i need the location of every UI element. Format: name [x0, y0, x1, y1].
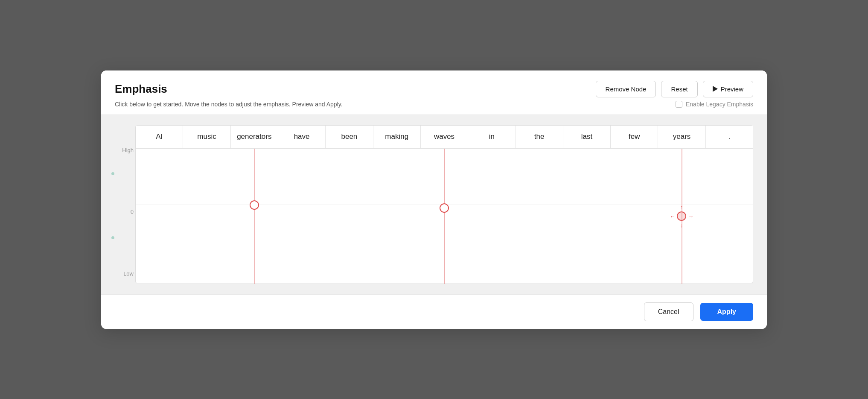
cancel-button[interactable]: Cancel	[644, 302, 693, 321]
word-col-11: years	[658, 126, 705, 148]
emphasis-dialog: Emphasis Remove Node Reset Preview Click…	[101, 70, 767, 329]
word-col-9: last	[563, 126, 611, 148]
word-col-7: in	[468, 126, 516, 148]
word-col-1: music	[183, 126, 230, 148]
legacy-checkbox-row: Enable Legacy Emphasis	[676, 101, 753, 108]
node-circle-1[interactable]	[440, 203, 449, 213]
legacy-label: Enable Legacy Emphasis	[686, 101, 753, 108]
word-col-2: generators	[231, 126, 278, 148]
words-row: AImusicgeneratorshavebeenmakingwavesinth…	[136, 126, 753, 149]
word-col-4: been	[326, 126, 373, 148]
grid-line-bottom	[136, 284, 753, 284]
emphasis-line-0	[254, 149, 255, 284]
word-col-10: few	[611, 126, 658, 148]
word-col-12: .	[706, 126, 753, 148]
remove-node-button[interactable]: Remove Node	[596, 81, 656, 97]
subtitle-text: Click below to get started. Move the nod…	[115, 101, 343, 108]
crosshair-2[interactable]: ↑↓←→	[670, 205, 693, 227]
chart-area[interactable]: High 0 Low AImusicgeneratorshavebeenmaki…	[101, 115, 767, 294]
chart-grid[interactable]: AImusicgeneratorshavebeenmakingwavesinth…	[135, 125, 753, 283]
header-top: Emphasis Remove Node Reset Preview	[115, 81, 753, 97]
dialog-title: Emphasis	[115, 82, 167, 96]
dialog-header: Emphasis Remove Node Reset Preview Click…	[101, 70, 767, 115]
y-axis: High 0 Low	[115, 125, 134, 283]
word-col-6: waves	[421, 126, 468, 148]
apply-button[interactable]: Apply	[700, 303, 753, 321]
y-label-low: Low	[123, 271, 134, 276]
word-col-0: AI	[136, 126, 183, 148]
word-col-8: the	[516, 126, 563, 148]
preview-button[interactable]: Preview	[703, 81, 753, 97]
legacy-emphasis-checkbox[interactable]	[676, 101, 682, 108]
node-circle-0[interactable]	[250, 200, 259, 210]
word-col-3: have	[278, 126, 326, 148]
word-col-5: making	[373, 126, 421, 148]
emphasis-line-1	[444, 149, 445, 284]
reset-button[interactable]: Reset	[661, 81, 697, 97]
node-circle-active-2[interactable]	[677, 211, 686, 221]
y-label-zero: 0	[131, 209, 134, 214]
y-dot-lower	[111, 236, 114, 239]
preview-label: Preview	[721, 85, 743, 93]
header-subtitle-row: Click below to get started. Move the nod…	[115, 101, 753, 108]
y-label-high: High	[122, 147, 134, 153]
y-dot-upper	[111, 172, 114, 175]
dialog-footer: Cancel Apply	[101, 294, 767, 329]
play-icon	[713, 86, 718, 92]
header-actions: Remove Node Reset Preview	[596, 81, 753, 97]
